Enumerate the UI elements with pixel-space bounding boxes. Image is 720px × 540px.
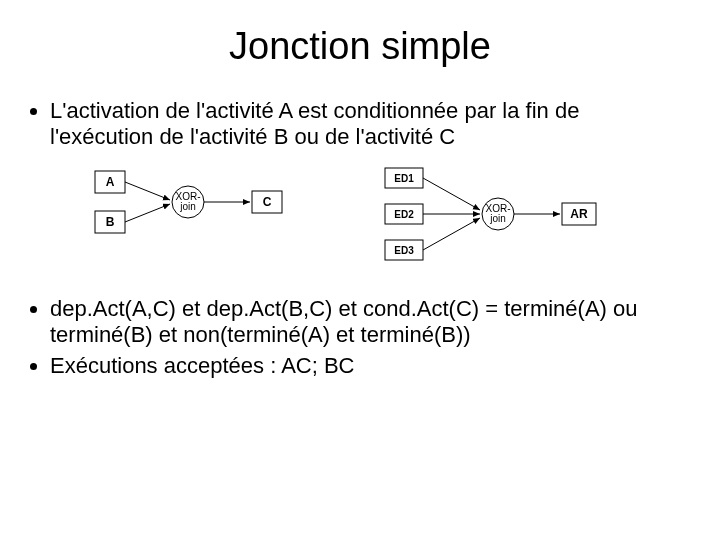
box-c-label: C <box>263 195 272 209</box>
bullet-item: L'activation de l'activité A est conditi… <box>50 98 675 151</box>
diagram-row: A B XOR- join C ED1 ED2 <box>45 166 675 276</box>
box-b-label: B <box>106 215 115 229</box>
box-ed3-label: ED3 <box>394 245 414 256</box>
slide-title: Jonction simple <box>45 25 675 68</box>
bullets-top: L'activation de l'activité A est conditi… <box>45 98 675 151</box>
svg-line-3 <box>125 204 170 222</box>
box-ed1-label: ED1 <box>394 173 414 184</box>
svg-line-2 <box>125 182 170 200</box>
bullets-bottom: dep.Act(A,C) et dep.Act(B,C) et cond.Act… <box>45 296 675 379</box>
svg-text:join: join <box>489 213 506 224</box>
diagram-ab-c: A B XOR- join C <box>90 166 320 256</box>
box-ar-label: AR <box>570 207 588 221</box>
slide: Jonction simple L'activation de l'activi… <box>0 0 720 540</box>
diagram-ed-ar: ED1 ED2 ED3 XOR- join AR <box>380 166 630 276</box>
box-ed2-label: ED2 <box>394 209 414 220</box>
svg-line-13 <box>423 218 480 250</box>
box-a-label: A <box>106 175 115 189</box>
svg-line-11 <box>423 178 480 210</box>
bullet-item: dep.Act(A,C) et dep.Act(B,C) et cond.Act… <box>50 296 675 349</box>
svg-text:join: join <box>179 201 196 212</box>
bullet-item: Exécutions acceptées : AC; BC <box>50 353 675 379</box>
